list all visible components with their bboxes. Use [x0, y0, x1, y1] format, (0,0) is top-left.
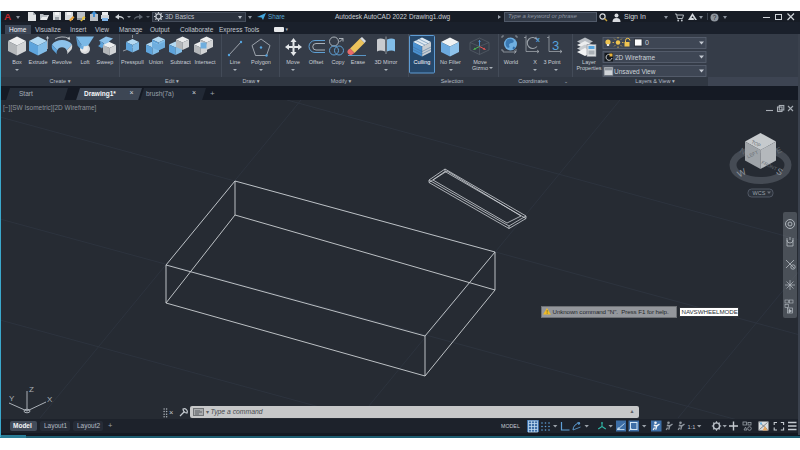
- svg-text:3: 3: [552, 38, 559, 53]
- svg-text:2D Wireframe: 2D Wireframe: [615, 54, 655, 61]
- svg-text:Z: Z: [29, 385, 34, 394]
- svg-text:0: 0: [645, 39, 649, 46]
- svg-text:WCS: WCS: [753, 190, 766, 196]
- svg-text:x: x: [536, 36, 540, 43]
- svg-text:Y: Y: [9, 394, 15, 403]
- svg-text:X: X: [47, 395, 53, 404]
- svg-text:1:1: 1:1: [688, 424, 696, 430]
- svg-text:Unsaved View: Unsaved View: [614, 68, 656, 75]
- svg-text:?: ?: [713, 13, 717, 20]
